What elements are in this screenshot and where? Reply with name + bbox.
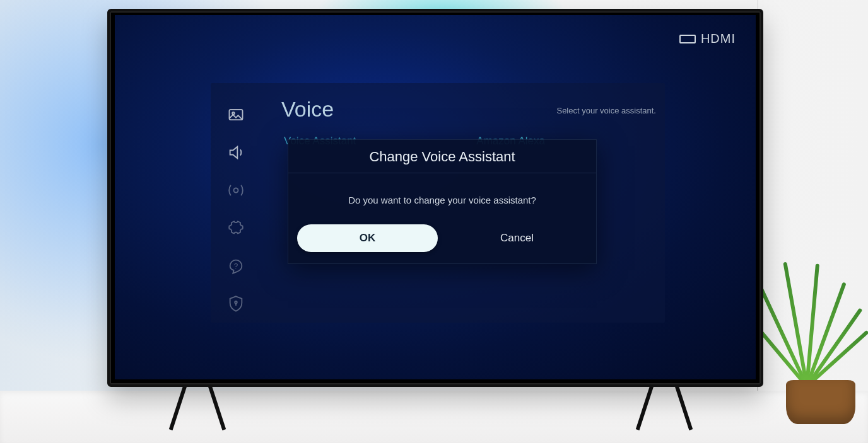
svg-point-1 xyxy=(232,112,235,115)
sound-icon[interactable] xyxy=(226,142,246,163)
input-source-label: HDMI xyxy=(701,32,736,46)
settings-rail: ? xyxy=(226,105,246,314)
tv-frame: HDMI xyxy=(107,9,763,387)
cancel-button[interactable]: Cancel xyxy=(447,224,587,252)
plant-pot xyxy=(786,380,855,424)
tv-screen: HDMI xyxy=(115,15,756,379)
dialog-actions: OK Cancel xyxy=(288,224,596,263)
broadcast-icon[interactable] xyxy=(226,180,246,200)
tv-leg-left xyxy=(164,381,240,431)
shelf-surface xyxy=(0,391,868,443)
svg-point-4 xyxy=(235,301,237,304)
page-hint: Select your voice assistant. xyxy=(556,106,656,115)
plant-decor xyxy=(754,260,862,386)
room-background: HDMI xyxy=(0,0,868,443)
picture-icon[interactable] xyxy=(226,105,246,125)
general-icon[interactable] xyxy=(226,218,246,238)
svg-text:?: ? xyxy=(234,262,238,270)
support-icon[interactable]: ? xyxy=(226,256,246,276)
input-source-badge: HDMI xyxy=(679,32,736,46)
svg-point-2 xyxy=(234,188,238,193)
tv-leg-right xyxy=(631,381,707,431)
ok-button[interactable]: OK xyxy=(297,224,438,252)
dialog-message: Do you want to change your voice assista… xyxy=(288,173,596,224)
hdmi-port-icon xyxy=(679,35,696,43)
privacy-icon[interactable] xyxy=(226,294,246,314)
page-title: Voice xyxy=(281,97,334,122)
dialog-title: Change Voice Assistant xyxy=(288,140,596,173)
change-voice-assistant-dialog: Change Voice Assistant Do you want to ch… xyxy=(288,139,597,264)
